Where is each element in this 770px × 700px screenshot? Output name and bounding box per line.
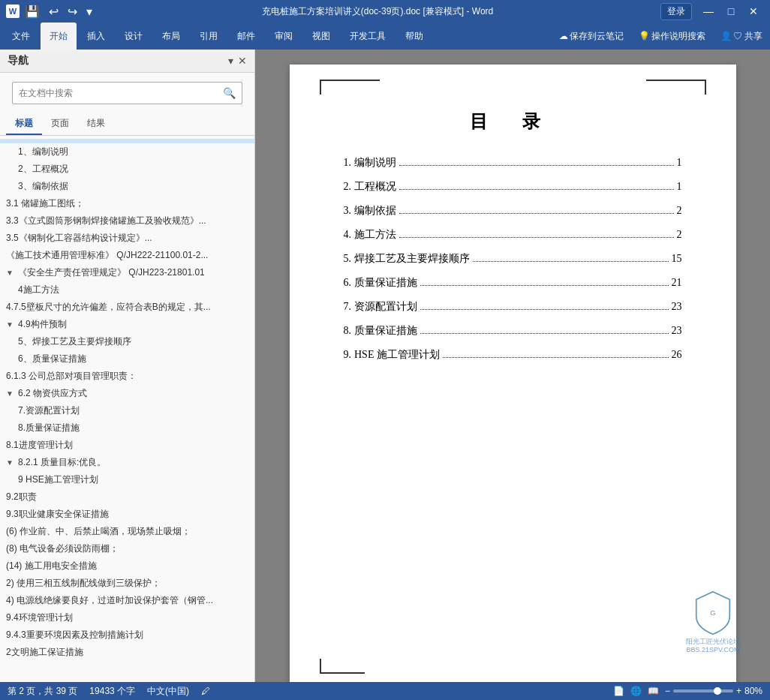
zoom-percent: 80% bbox=[744, 686, 762, 696]
toc-page: 23 bbox=[672, 325, 682, 337]
zoom-control: − + 80% bbox=[665, 686, 762, 696]
zoom-out-button[interactable]: − bbox=[665, 686, 670, 696]
list-item[interactable]: 3.5《钢制化工容器结构设计规定》... bbox=[0, 230, 254, 247]
toc-page: 26 bbox=[672, 349, 682, 361]
list-item[interactable]: 9.4环境管理计划 bbox=[0, 609, 254, 626]
toc-label: 质量保证措施 bbox=[354, 276, 417, 290]
maximize-button[interactable]: □ bbox=[720, 4, 741, 19]
list-item[interactable]: ▼ 8.2.1 质量目标:优良。 bbox=[0, 454, 254, 471]
tree-item-label: 6.1.3 公司总部对项目管理职责： bbox=[6, 370, 137, 383]
search-icon[interactable]: 🔍 bbox=[223, 87, 236, 99]
toc-number: 7. bbox=[344, 301, 352, 313]
title-bar: W 💾 ↩ ↪ ▾ 充电桩施工方案培训讲义(doc-39页).doc [兼容模式… bbox=[0, 0, 770, 23]
view-web-icon[interactable]: 🌐 bbox=[630, 686, 642, 696]
view-read-icon[interactable]: 📖 bbox=[648, 686, 659, 696]
list-item[interactable]: 9 HSE施工管理计划 bbox=[0, 471, 254, 488]
word-icon: W bbox=[6, 5, 20, 18]
view-print-icon[interactable]: 📄 bbox=[613, 686, 624, 696]
list-item[interactable]: ▼ 4.9构件预制 bbox=[0, 316, 254, 333]
tab-insert[interactable]: 插入 bbox=[78, 23, 114, 50]
quick-access-toolbar: 💾 ↩ ↪ ▾ bbox=[23, 5, 95, 19]
undo-button[interactable]: ↩ bbox=[47, 5, 61, 19]
tab-review[interactable]: 审阅 bbox=[266, 23, 302, 50]
nav-tab-pages[interactable]: 页面 bbox=[42, 113, 78, 135]
search-help-button[interactable]: 💡 操作说明搜索 bbox=[634, 29, 710, 44]
nav-tab-headings[interactable]: 标题 bbox=[6, 113, 42, 135]
list-item[interactable]: 7.资源配置计划 bbox=[0, 402, 254, 419]
status-bar: 第 2 页，共 39 页 19433 个字 中文(中国) 🖊 📄 🌐 📖 − +… bbox=[0, 682, 770, 700]
share-button[interactable]: 👤 ♡ 共享 bbox=[716, 29, 767, 44]
page-corner-tr bbox=[646, 80, 706, 95]
list-item[interactable]: 4) 电源线绝缘要良好，过道时加设保护套管（钢管... bbox=[0, 592, 254, 609]
list-item[interactable]: (6) 作业前、中、后禁止喝酒，现场禁止吸烟； bbox=[0, 523, 254, 540]
list-item[interactable]: 6.1.3 公司总部对项目管理职责： bbox=[0, 368, 254, 385]
customize-button[interactable]: ▾ bbox=[84, 5, 95, 19]
toc-label: 编制依据 bbox=[354, 204, 396, 218]
list-item[interactable]: 4.7.5壁板尺寸的允许偏差，应符合表B的规定，其... bbox=[0, 299, 254, 316]
window-controls: — □ ✕ bbox=[698, 4, 764, 19]
list-item[interactable]: 2、工程概况 bbox=[0, 161, 254, 178]
toc-page: 2 bbox=[677, 205, 682, 217]
save-cloud-button[interactable]: ☁ 保存到云笔记 bbox=[555, 29, 628, 44]
toc-item: 8. 质量保证措施 23 bbox=[344, 324, 682, 338]
list-item[interactable]: 8.质量保证措施 bbox=[0, 419, 254, 437]
list-item[interactable]: ▼ 6.2 物资供应方式 bbox=[0, 385, 254, 402]
tab-design[interactable]: 设计 bbox=[116, 23, 152, 50]
save-quick-button[interactable]: 💾 bbox=[23, 5, 42, 19]
list-item[interactable]: 3.1 储罐施工图纸； bbox=[0, 195, 254, 212]
list-item[interactable]: 6、质量保证措施 bbox=[0, 350, 254, 368]
list-item[interactable]: (14) 施工用电安全措施 bbox=[0, 557, 254, 575]
document-area[interactable]: 目 录 1. 编制说明 1 2. 工程概况 1 3. 编制依据 2 4. 施工方… bbox=[255, 50, 770, 682]
tab-developer[interactable]: 开发工具 bbox=[341, 23, 395, 50]
edit-mode-icon[interactable]: 🖊 bbox=[201, 686, 210, 696]
doc-title: 目 录 bbox=[344, 110, 682, 134]
list-item[interactable]: 5、焊接工艺及主要焊接顺序 bbox=[0, 333, 254, 350]
tree-item-label: 1、编制说明 bbox=[18, 146, 68, 158]
navigation-panel: 导航 ▾ ✕ 🔍 标题 页面 结果 1、编制说明 bbox=[0, 50, 255, 682]
document-page: 目 录 1. 编制说明 1 2. 工程概况 1 3. 编制依据 2 4. 施工方… bbox=[290, 65, 736, 682]
tab-references[interactable]: 引用 bbox=[191, 23, 227, 50]
list-item[interactable]: 9.4.3重要环境因素及控制措施计划 bbox=[0, 626, 254, 644]
list-item[interactable]: 8.1进度管理计划 bbox=[0, 437, 254, 454]
nav-tab-results[interactable]: 结果 bbox=[78, 113, 114, 135]
list-item[interactable]: 2) 使用三相五线制配线做到三级保护； bbox=[0, 575, 254, 592]
toc-label: HSE 施工管理计划 bbox=[354, 348, 440, 362]
tab-file[interactable]: 文件 bbox=[3, 23, 39, 50]
close-button[interactable]: ✕ bbox=[743, 4, 764, 19]
nav-expand-icon[interactable]: ▾ bbox=[228, 55, 233, 67]
list-item[interactable]: 3.3《立式圆筒形钢制焊接储罐施工及验收规范》... bbox=[0, 212, 254, 230]
nav-search-input[interactable] bbox=[19, 88, 223, 98]
search-help-label: 操作说明搜索 bbox=[651, 30, 705, 43]
nav-tree: 1、编制说明 2、工程概况 3、编制依据 3.1 储罐施工图纸； 3.3《立式圆… bbox=[0, 136, 254, 682]
tab-home[interactable]: 开始 bbox=[41, 23, 77, 50]
list-item[interactable]: 3、编制依据 bbox=[0, 178, 254, 195]
tab-view[interactable]: 视图 bbox=[303, 23, 339, 50]
tree-toggle-icon: ▼ bbox=[6, 269, 15, 277]
list-item[interactable]: 《施工技术通用管理标准》 Q/JH222-21100.01-2... bbox=[0, 247, 254, 264]
redo-button[interactable]: ↪ bbox=[65, 5, 80, 19]
language: 中文(中国) bbox=[147, 685, 189, 698]
tab-layout[interactable]: 布局 bbox=[153, 23, 189, 50]
toc-dots bbox=[399, 189, 674, 190]
tree-item-label: 9.2职责 bbox=[6, 491, 37, 503]
list-item[interactable]: 9.3职业健康安全保证措施 bbox=[0, 506, 254, 523]
list-item[interactable]: 2文明施工保证措施 bbox=[0, 644, 254, 661]
nav-search-bar: 🔍 bbox=[12, 82, 242, 104]
minimize-button[interactable]: — bbox=[698, 4, 719, 19]
nav-close-icon[interactable]: ✕ bbox=[238, 55, 247, 67]
list-item[interactable]: 1、编制说明 bbox=[0, 143, 254, 161]
toc-page: 21 bbox=[672, 277, 682, 289]
tree-item-label: 3、编制依据 bbox=[18, 180, 68, 193]
list-item[interactable]: 9.2职责 bbox=[0, 488, 254, 506]
tab-mailings[interactable]: 邮件 bbox=[228, 23, 264, 50]
tab-help[interactable]: 帮助 bbox=[396, 23, 432, 50]
login-button[interactable]: 登录 bbox=[660, 3, 692, 20]
list-item[interactable]: (8) 电气设备必须设防雨棚； bbox=[0, 540, 254, 557]
toc-number: 2. bbox=[344, 181, 352, 193]
list-item[interactable]: ▼ 《安全生产责任管理规定》 Q/JH223-21801.01 bbox=[0, 264, 254, 281]
list-item[interactable]: 4施工方法 bbox=[0, 281, 254, 299]
toc-number: 3. bbox=[344, 205, 352, 217]
zoom-slider[interactable] bbox=[673, 689, 733, 692]
toc-label: 资源配置计划 bbox=[354, 300, 417, 314]
zoom-in-button[interactable]: + bbox=[736, 686, 741, 696]
